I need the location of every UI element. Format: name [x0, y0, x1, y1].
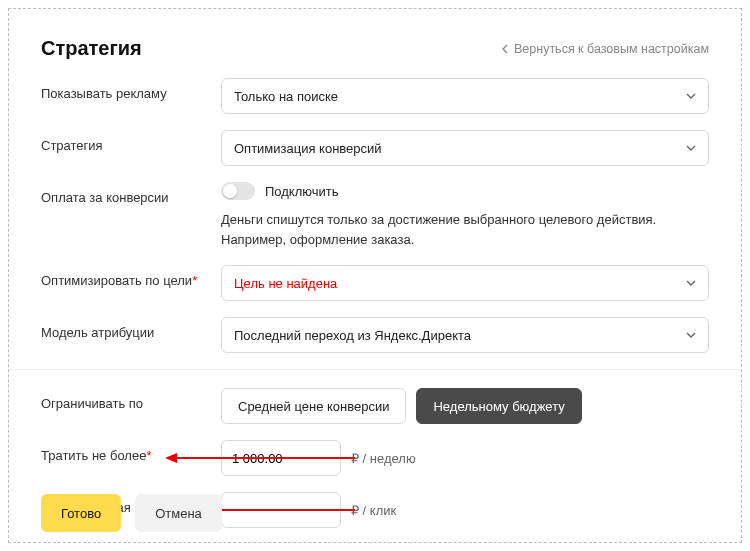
pay-per-conversion-toggle[interactable]	[221, 182, 255, 200]
optimize-goal-label: Оптимизировать по цели*	[41, 265, 221, 288]
chevron-down-icon	[686, 93, 696, 99]
back-link-label: Вернуться к базовым настройкам	[514, 42, 709, 56]
max-price-unit: ₽ / клик	[351, 503, 396, 518]
attribution-value: Последний переход из Яндекс.Директа	[234, 328, 471, 343]
limit-by-label: Ограничивать по	[41, 388, 221, 411]
annotation-arrow-icon	[165, 452, 355, 464]
chevron-down-icon	[686, 145, 696, 151]
header: Стратегия Вернуться к базовым настройкам	[41, 37, 709, 60]
strategy-value: Оптимизация конверсий	[234, 141, 382, 156]
attribution-label: Модель атрибуции	[41, 317, 221, 340]
strategy-select[interactable]: Оптимизация конверсий	[221, 130, 709, 166]
divider	[9, 369, 741, 370]
optimize-goal-select[interactable]: Цель не найдена	[221, 265, 709, 301]
chevron-down-icon	[686, 280, 696, 286]
page-title: Стратегия	[41, 37, 142, 60]
limit-by-weekly-budget-option[interactable]: Недельному бюджету	[416, 388, 581, 424]
pay-per-conversion-toggle-label: Подключить	[265, 184, 339, 199]
back-to-basic-settings-link[interactable]: Вернуться к базовым настройкам	[502, 42, 709, 56]
svg-marker-1	[165, 453, 177, 463]
show-ads-label: Показывать рекламу	[41, 78, 221, 101]
optimize-goal-value: Цель не найдена	[234, 276, 337, 291]
chevron-left-icon	[502, 44, 508, 54]
pay-per-conversion-description: Деньги спишутся только за достижение выб…	[221, 210, 709, 249]
limit-by-avg-price-option[interactable]: Средней цене конверсии	[221, 388, 406, 424]
cancel-button[interactable]: Отмена	[135, 494, 222, 532]
footer: Готово Отмена	[41, 494, 222, 532]
strategy-label: Стратегия	[41, 130, 221, 153]
spend-max-unit: ₽ / неделю	[351, 451, 416, 466]
chevron-down-icon	[686, 332, 696, 338]
show-ads-value: Только на поиске	[234, 89, 338, 104]
done-button[interactable]: Готово	[41, 494, 121, 532]
attribution-select[interactable]: Последний переход из Яндекс.Директа	[221, 317, 709, 353]
show-ads-select[interactable]: Только на поиске	[221, 78, 709, 114]
pay-per-conversion-label: Оплата за конверсии	[41, 182, 221, 205]
